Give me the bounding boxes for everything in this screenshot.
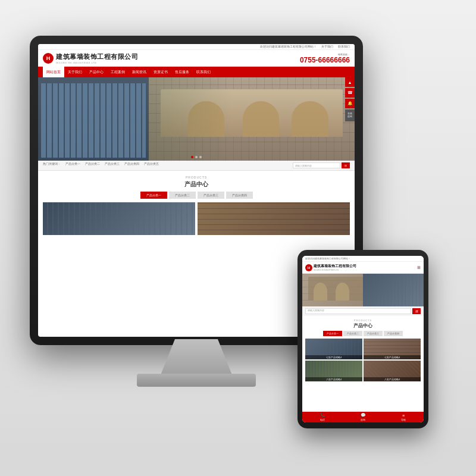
tablet-prod-item-1[interactable]: 七彩产品缩略4: [305, 339, 362, 359]
web-phone: 销售热线： 0755-66666666: [300, 53, 350, 64]
tablet-banner-arch: [308, 277, 363, 300]
tablet-tab-4[interactable]: 产品分类四: [384, 331, 403, 336]
tablet-prod-label-2: 七彩产品缩略4: [364, 355, 421, 359]
tablet-header: H 建筑幕墙装饰工程有限公司 IECORD HH INDUSTRIES LTD …: [302, 262, 424, 274]
web-header: H 建筑幕墙装饰工程有限公司 IECORD HH INDUSTRIES LTD …: [38, 50, 355, 67]
menu-bottom-icon: ≡: [402, 414, 405, 418]
scene: 欢迎访问建筑幕墙装饰工程有限公司网站！ 关于我们 联系我们 H 建筑幕墙装饰工程…: [0, 0, 476, 476]
prod-item-1[interactable]: [43, 202, 195, 235]
nav-item-contact[interactable]: 联系我们: [193, 67, 214, 77]
tablet-company-name: 建筑幕墙装饰工程有限公司: [314, 264, 356, 269]
products-title-cn: 产品中心: [43, 180, 350, 189]
side-buttons: ▲ ☎ 🔔 在线咨询: [345, 77, 355, 122]
tablet-prod-label-3: 八彩产品缩略4: [305, 377, 362, 381]
tablet-bottom-nav: 📞 电话 💬 咨询 ≡ 导航: [302, 412, 424, 422]
tablet-website: 欢迎访问建筑幕墙装饰工程有限公司网站！ H 建筑幕墙装饰工程有限公司 IECOR…: [302, 256, 424, 422]
tablet-prod-label-4: 八彩产品缩略4: [364, 377, 421, 381]
tablet-search: 请输入搜索内容 搜: [302, 306, 424, 316]
tablet-tab-2[interactable]: 产品分类二: [343, 331, 362, 336]
nav-item-news[interactable]: 新闻资讯: [129, 67, 150, 77]
subnav-item-5[interactable]: 产品分类五: [144, 162, 159, 168]
tablet-prod-tabs: 产品分类一 产品分类二 产品分类三 产品分类四: [305, 331, 421, 336]
products-tabs: 产品分类一 产品分类二 产品分类三 产品分类四: [43, 192, 350, 199]
chat-bottom-icon: 💬: [361, 413, 366, 418]
subnav-item-1[interactable]: 产品分类一: [65, 162, 80, 168]
tablet-nav-phone[interactable]: 📞 电话: [302, 413, 343, 421]
chat-bottom-label: 咨询: [361, 418, 365, 421]
tablet-tab-3[interactable]: 产品分类三: [364, 331, 383, 336]
prod-tab-3[interactable]: 产品分类三: [198, 192, 224, 199]
dot-1[interactable]: [191, 156, 193, 158]
nav-item-cert[interactable]: 资质证书: [150, 67, 171, 77]
tablet-screen: 欢迎访问建筑幕墙装饰工程有限公司网站！ H 建筑幕墙装饰工程有限公司 IECOR…: [302, 256, 424, 422]
tablet-logo: H 建筑幕墙装饰工程有限公司 IECORD HH INDUSTRIES LTD: [305, 264, 356, 271]
tablet-prod-grid: 七彩产品缩略4 七彩产品缩略4 八彩产品缩略4: [305, 339, 421, 381]
prod-tab-2[interactable]: 产品分类二: [169, 192, 196, 199]
dot-2[interactable]: [195, 156, 198, 158]
products-grid: [43, 202, 350, 235]
topbar-about[interactable]: 关于我们: [321, 45, 333, 48]
tablet-prod-cn: 产品中心: [305, 322, 421, 329]
tablet: 欢迎访问建筑幕墙装饰工程有限公司网站！ H 建筑幕墙装饰工程有限公司 IECOR…: [298, 250, 428, 428]
tablet-prod-item-3[interactable]: 八彩产品缩略4: [305, 361, 362, 381]
tablet-nav-chat[interactable]: 💬 咨询: [343, 413, 383, 421]
tablet-banner: [302, 274, 424, 306]
tablet-search-btn[interactable]: 搜: [412, 308, 421, 314]
banner-dots: [191, 156, 202, 158]
prod-tab-1[interactable]: 产品分类一: [140, 192, 167, 199]
tablet-tab-1[interactable]: 产品分类一: [323, 331, 342, 336]
nav-item-service[interactable]: 售后服务: [171, 67, 193, 77]
tablet-prod-item-2[interactable]: 七彩产品缩略4: [364, 339, 421, 359]
search-button[interactable]: 搜: [342, 162, 350, 168]
tablet-company-name-en: IECORD HH INDUSTRIES LTD: [314, 269, 356, 271]
tablet-menu-icon[interactable]: ≡: [417, 264, 421, 271]
subnav-item-2[interactable]: 产品分类二: [85, 162, 100, 168]
tablet-banner-modern: [363, 274, 424, 306]
company-name-en: IECORD HH INDUSTRIES LTD: [56, 61, 138, 64]
products-section: PRODUCTS 产品中心 产品分类一 产品分类二 产品分类三 产品分类四: [38, 171, 355, 240]
scroll-top-btn[interactable]: ▲: [345, 77, 355, 87]
tablet-prod-item-4[interactable]: 八彩产品缩略4: [364, 361, 421, 381]
tablet-prod-en: PRODUCTS: [305, 319, 421, 322]
banner-left-building: [38, 77, 149, 161]
tablet-products: PRODUCTS 产品中心 产品分类一 产品分类二 产品分类三 产品分类四 七彩…: [302, 316, 424, 384]
monitor-base: [137, 374, 256, 387]
phone-bottom-label: 电话: [320, 418, 325, 421]
phone-bottom-icon: 📞: [320, 413, 325, 418]
web-logo: H 建筑幕墙装饰工程有限公司 IECORD HH INDUSTRIES LTD: [43, 52, 138, 64]
phone-number: 0755-66666666: [300, 56, 350, 64]
search-field[interactable]: 请输入搜索内容: [293, 162, 340, 168]
tablet-prod-label-1: 七彩产品缩略4: [305, 355, 362, 359]
prod-tab-4[interactable]: 产品分类四: [226, 192, 253, 199]
topbar-text: 欢迎访问建筑幕墙装饰工程有限公司网站！: [260, 45, 317, 48]
menu-bottom-label: 导航: [401, 418, 406, 421]
tablet-topbar: 欢迎访问建筑幕墙装饰工程有限公司网站！: [302, 256, 424, 262]
prod-item-2[interactable]: [198, 202, 350, 235]
online-consult-btn[interactable]: 在线咨询: [345, 109, 355, 121]
subnav-label: 热门关键词：: [43, 162, 61, 168]
web-subnav: 热门关键词： 产品分类一 产品分类二 产品分类三 产品分类四 产品分类五 请输入…: [38, 161, 355, 171]
dot-3[interactable]: [199, 156, 202, 158]
banner-right-building: [149, 77, 355, 161]
tablet-logo-icon: H: [305, 264, 312, 271]
tablet-nav-menu[interactable]: ≡ 导航: [383, 414, 424, 421]
nav-item-home[interactable]: 网站首页: [43, 67, 64, 77]
products-title-en: PRODUCTS: [43, 176, 350, 179]
topbar-contact[interactable]: 联系我们: [338, 45, 350, 48]
banner-image: [38, 77, 355, 161]
subnav-item-4[interactable]: 产品分类四: [124, 162, 139, 168]
nav-item-about[interactable]: 关于我们: [64, 67, 86, 77]
tablet-search-input[interactable]: 请输入搜索内容: [305, 308, 411, 314]
logo-icon: H: [43, 53, 54, 64]
phone-btn[interactable]: ☎: [345, 88, 355, 98]
web-topbar: 欢迎访问建筑幕墙装饰工程有限公司网站！ 关于我们 联系我们: [38, 44, 355, 50]
web-banner: ▲ ☎ 🔔 在线咨询: [38, 77, 355, 161]
company-name: 建筑幕墙装饰工程有限公司: [56, 52, 138, 61]
subnav-item-3[interactable]: 产品分类三: [105, 162, 120, 168]
nav-item-cases[interactable]: 工程案例: [107, 67, 129, 77]
web-nav: 网站首页 关于我们 产品中心 工程案例 新闻资讯 资质证书 售后服务 联系我们: [38, 67, 355, 77]
nav-item-products[interactable]: 产品中心: [86, 67, 107, 77]
notification-btn[interactable]: 🔔: [345, 99, 355, 108]
search-area: 请输入搜索内容 搜: [293, 162, 350, 168]
